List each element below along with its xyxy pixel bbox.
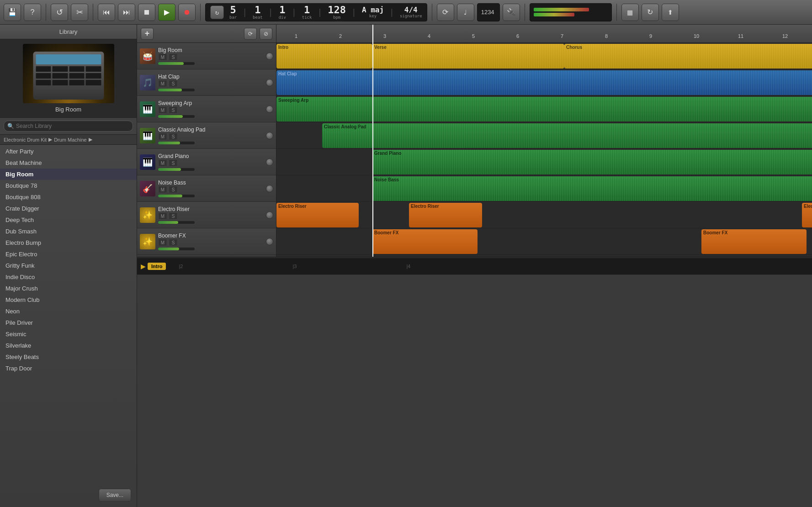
search-input[interactable] — [4, 121, 133, 132]
clip-intro[interactable]: Intro — [276, 44, 372, 69]
clip-sweeping[interactable]: Sweeping Arp — [276, 97, 812, 121]
library-item-silverlake[interactable]: Silverlake — [0, 340, 137, 351]
track-controls-hatclap: M S — [158, 80, 261, 91]
clip-bass[interactable]: Noise Bass — [372, 176, 812, 201]
cycle-button[interactable]: ↻ — [210, 5, 224, 19]
play-button[interactable]: ▶ — [158, 4, 175, 21]
clip-hatclap[interactable]: Hat Clap — [276, 70, 812, 95]
solo-btn-swparp[interactable]: S — [169, 106, 178, 114]
library-item-epic-electro[interactable]: Epic Electro — [0, 248, 137, 260]
mute-btn-analogpad[interactable]: M — [158, 133, 167, 140]
search-wrap: 🔍 — [4, 121, 133, 132]
vol-knob-bigroom[interactable] — [266, 53, 273, 60]
record-button[interactable]: ⏺ — [178, 4, 196, 21]
mute-btn-hatclap[interactable]: M — [158, 80, 167, 87]
scissors-button[interactable]: ✂ — [71, 4, 88, 21]
share-button[interactable]: ⬆ — [662, 4, 679, 21]
breadcrumb-item-2[interactable]: Drum Machine — [54, 137, 87, 143]
library-item-seismic[interactable]: Seismic — [0, 328, 137, 340]
library-item-deep-tech[interactable]: Deep Tech — [0, 214, 137, 226]
library-item-big-room[interactable]: Big Room — [0, 169, 137, 180]
loop-button[interactable]: ↻ — [642, 4, 659, 21]
fastforward-button[interactable]: ⏭ — [118, 4, 135, 21]
vol-slider-swparp[interactable] — [158, 115, 195, 118]
transport-div: 1 div — [279, 5, 286, 20]
track-row-analogpad: 🎹 Classic Analog Pad M S — [137, 122, 276, 149]
clip-piano[interactable]: Grand Piano — [372, 150, 812, 174]
library-item-major-crush[interactable]: Major Crush — [0, 283, 137, 294]
library-item-after-party[interactable]: After Party — [0, 146, 137, 157]
undo-button[interactable]: ↺ — [51, 4, 68, 21]
rewind-button[interactable]: ⏮ — [98, 4, 115, 21]
solo-btn-grandpiano[interactable]: S — [169, 159, 178, 167]
vol-knob-electroriser[interactable] — [266, 211, 273, 219]
save-button[interactable]: Save... — [99, 489, 131, 502]
solo-btn-electroriser[interactable]: S — [169, 212, 178, 220]
solo-btn-hatclap[interactable]: S — [169, 80, 178, 87]
vol-slider-grandpiano[interactable] — [158, 168, 195, 171]
library-item-boutique-78[interactable]: Boutique 78 — [0, 180, 137, 191]
vol-fill-boomerfx — [158, 248, 179, 250]
filter-button[interactable]: ⊘ — [260, 28, 272, 40]
vol-knob-boomerfx[interactable] — [266, 238, 273, 245]
loop-section-button[interactable]: ⟳ — [244, 28, 257, 40]
library-item-dub-smash[interactable]: Dub Smash — [0, 226, 137, 237]
vol-knob-noisebass[interactable] — [266, 185, 273, 192]
ruler-mark-8: 8 — [605, 33, 608, 39]
track-icon-noisebass: 🎸 — [140, 181, 155, 196]
clip-riser3[interactable]: Electro Riser — [802, 203, 812, 227]
library-item-steely-beats[interactable]: Steely Beats — [0, 351, 137, 363]
clip-riser1[interactable]: Electro Riser — [276, 203, 359, 227]
help-button[interactable]: ? — [24, 4, 41, 21]
vol-slider-bigroom[interactable] — [158, 62, 195, 65]
solo-btn-bigroom[interactable]: S — [169, 53, 178, 61]
solo-btn-boomerfx[interactable]: S — [169, 239, 178, 246]
library-item-gritty-funk[interactable]: Gritty Funk — [0, 260, 137, 271]
sync-button[interactable]: ⟳ — [437, 4, 454, 21]
vol-slider-electroriser[interactable] — [158, 221, 195, 224]
mute-btn-bigroom[interactable]: M — [158, 53, 167, 61]
save-button[interactable]: 💾 — [4, 4, 21, 21]
breadcrumb-item-1[interactable]: Electronic Drum Kit — [4, 137, 47, 143]
solo-btn-analogpad[interactable]: S — [169, 133, 178, 140]
library-item-neon[interactable]: Neon — [0, 306, 137, 317]
vol-wrap-bigroom — [158, 62, 261, 65]
vol-wrap-analogpad — [158, 142, 261, 144]
library-item-modern-club[interactable]: Modern Club — [0, 294, 137, 306]
metronome-button[interactable]: ♩ — [457, 4, 474, 21]
mute-btn-noisebass[interactable]: M — [158, 186, 167, 193]
library-item-beat-machine[interactable]: Beat Machine — [0, 157, 137, 169]
clip-boomer2[interactable]: Boomer FX — [701, 229, 807, 254]
library-item-pile-driver[interactable]: Pile Driver — [0, 317, 137, 328]
add-track-button[interactable]: + — [141, 28, 154, 40]
library-item-crate-digger[interactable]: Crate Digger — [0, 203, 137, 214]
mute-btn-swparp[interactable]: M — [158, 106, 167, 114]
clip-track-row-boomer: Boomer FX Boomer FX — [276, 228, 812, 255]
vol-knob-swparp[interactable] — [266, 106, 273, 113]
vol-knob-analogpad[interactable] — [266, 132, 273, 139]
plugin-button[interactable]: 🔌 — [503, 4, 520, 21]
mute-btn-grandpiano[interactable]: M — [158, 159, 167, 167]
library-item-trap-door[interactable]: Trap Door — [0, 363, 137, 374]
vol-slider-analogpad[interactable] — [158, 142, 195, 144]
grid-button[interactable]: ▦ — [621, 4, 639, 21]
solo-btn-noisebass[interactable]: S — [169, 186, 178, 193]
clip-riser2[interactable]: Electro Riser — [409, 203, 482, 227]
stop-button[interactable]: ⏹ — [138, 4, 155, 21]
clip-chorus[interactable]: Chorus — [564, 44, 812, 69]
library-item-electro-bump[interactable]: Electro Bump — [0, 237, 137, 248]
bar-value: 5 — [229, 5, 237, 15]
clip-analog[interactable]: Classic Analog Pad — [322, 123, 812, 148]
mute-btn-boomerfx[interactable]: M — [158, 239, 167, 246]
vol-knob-hatclap[interactable] — [266, 79, 273, 86]
vol-slider-noisebass[interactable] — [158, 195, 195, 197]
vol-slider-hatclap[interactable] — [158, 89, 195, 91]
vol-slider-boomerfx[interactable] — [158, 248, 195, 250]
vol-knob-grandpiano[interactable] — [266, 158, 273, 166]
bass-waves — [372, 176, 812, 201]
clip-verse[interactable]: Verse — [372, 44, 564, 69]
library-item-boutique-808[interactable]: Boutique 808 — [0, 191, 137, 203]
mute-btn-electroriser[interactable]: M — [158, 212, 167, 220]
library-item-indie-disco[interactable]: Indie Disco — [0, 271, 137, 283]
clip-boomer1[interactable]: Boomer FX — [372, 229, 478, 254]
